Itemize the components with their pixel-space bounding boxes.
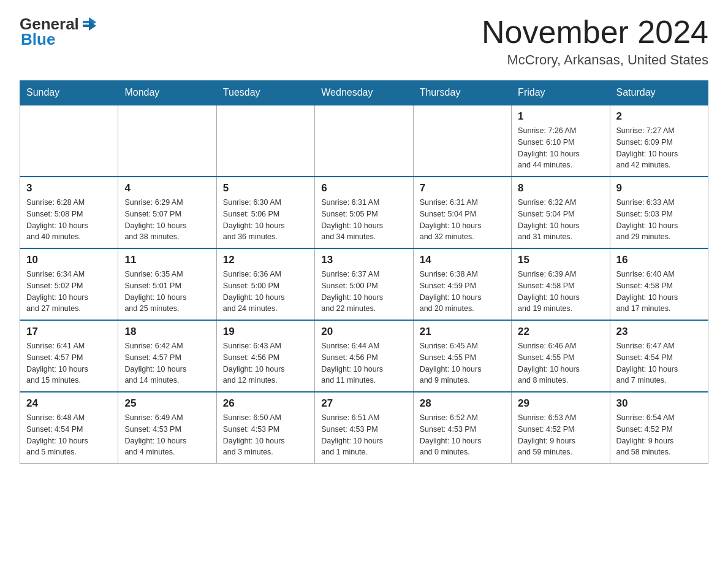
- day-info: Sunrise: 6:38 AM Sunset: 4:59 PM Dayligh…: [420, 269, 505, 315]
- table-row: 28Sunrise: 6:52 AM Sunset: 4:53 PM Dayli…: [413, 392, 511, 464]
- day-info: Sunrise: 6:41 AM Sunset: 4:57 PM Dayligh…: [26, 340, 112, 386]
- calendar-subtitle: McCrory, Arkansas, United States: [482, 52, 708, 68]
- day-info: Sunrise: 6:47 AM Sunset: 4:54 PM Dayligh…: [616, 340, 702, 386]
- day-info: Sunrise: 6:44 AM Sunset: 4:56 PM Dayligh…: [321, 340, 406, 386]
- day-info: Sunrise: 6:37 AM Sunset: 5:00 PM Dayligh…: [321, 269, 406, 315]
- table-row: 10Sunrise: 6:34 AM Sunset: 5:02 PM Dayli…: [20, 248, 118, 320]
- day-number: 17: [26, 326, 112, 338]
- table-row: 14Sunrise: 6:38 AM Sunset: 4:59 PM Dayli…: [413, 248, 511, 320]
- day-info: Sunrise: 6:39 AM Sunset: 4:58 PM Dayligh…: [518, 269, 603, 315]
- table-row: 9Sunrise: 6:33 AM Sunset: 5:03 PM Daylig…: [610, 177, 708, 248]
- day-info: Sunrise: 7:26 AM Sunset: 6:10 PM Dayligh…: [518, 125, 603, 171]
- day-info: Sunrise: 6:48 AM Sunset: 4:54 PM Dayligh…: [26, 412, 112, 458]
- logo: General Blue: [20, 15, 97, 49]
- table-row: 27Sunrise: 6:51 AM Sunset: 4:53 PM Dayli…: [315, 392, 413, 464]
- header-wednesday: Wednesday: [315, 81, 413, 105]
- day-number: 4: [124, 182, 210, 194]
- table-row: 4Sunrise: 6:29 AM Sunset: 5:07 PM Daylig…: [118, 177, 216, 248]
- table-row: 20Sunrise: 6:44 AM Sunset: 4:56 PM Dayli…: [315, 320, 413, 392]
- table-row: 21Sunrise: 6:45 AM Sunset: 4:55 PM Dayli…: [413, 320, 511, 392]
- header-saturday: Saturday: [610, 81, 708, 105]
- calendar-table: Sunday Monday Tuesday Wednesday Thursday…: [20, 80, 708, 464]
- day-number: 26: [223, 397, 308, 410]
- table-row: 1Sunrise: 7:26 AM Sunset: 6:10 PM Daylig…: [512, 105, 610, 177]
- day-number: 27: [321, 397, 406, 410]
- day-number: 1: [518, 110, 603, 123]
- day-number: 8: [518, 182, 603, 194]
- calendar-week-3: 10Sunrise: 6:34 AM Sunset: 5:02 PM Dayli…: [20, 248, 708, 320]
- day-number: 11: [124, 254, 210, 266]
- day-info: Sunrise: 6:43 AM Sunset: 4:56 PM Dayligh…: [223, 340, 308, 386]
- day-info: Sunrise: 6:29 AM Sunset: 5:07 PM Dayligh…: [124, 197, 210, 243]
- day-info: Sunrise: 6:40 AM Sunset: 4:58 PM Dayligh…: [616, 269, 702, 315]
- table-row: 2Sunrise: 7:27 AM Sunset: 6:09 PM Daylig…: [610, 105, 708, 177]
- table-row: [216, 105, 314, 177]
- calendar-title: November 2024: [482, 15, 708, 50]
- day-number: 16: [616, 254, 702, 266]
- table-row: 7Sunrise: 6:31 AM Sunset: 5:04 PM Daylig…: [413, 177, 511, 248]
- day-info: Sunrise: 6:31 AM Sunset: 5:05 PM Dayligh…: [321, 197, 406, 243]
- table-row: 30Sunrise: 6:54 AM Sunset: 4:52 PM Dayli…: [610, 392, 708, 464]
- day-info: Sunrise: 6:30 AM Sunset: 5:06 PM Dayligh…: [223, 197, 308, 243]
- table-row: 16Sunrise: 6:40 AM Sunset: 4:58 PM Dayli…: [610, 248, 708, 320]
- table-row: 15Sunrise: 6:39 AM Sunset: 4:58 PM Dayli…: [512, 248, 610, 320]
- day-number: 3: [26, 182, 112, 194]
- table-row: 6Sunrise: 6:31 AM Sunset: 5:05 PM Daylig…: [315, 177, 413, 248]
- day-number: 12: [223, 254, 308, 266]
- table-row: 25Sunrise: 6:49 AM Sunset: 4:53 PM Dayli…: [118, 392, 216, 464]
- day-number: 21: [420, 326, 505, 338]
- day-number: 5: [223, 182, 308, 194]
- day-number: 18: [124, 326, 210, 338]
- day-info: Sunrise: 6:28 AM Sunset: 5:08 PM Dayligh…: [26, 197, 112, 243]
- table-row: 17Sunrise: 6:41 AM Sunset: 4:57 PM Dayli…: [20, 320, 118, 392]
- day-info: Sunrise: 7:27 AM Sunset: 6:09 PM Dayligh…: [616, 125, 702, 171]
- page-header: General Blue November 2024 McCrory, Arka…: [20, 15, 708, 68]
- day-number: 24: [26, 397, 112, 410]
- table-row: 13Sunrise: 6:37 AM Sunset: 5:00 PM Dayli…: [315, 248, 413, 320]
- table-row: [118, 105, 216, 177]
- day-number: 29: [518, 397, 603, 410]
- table-row: 18Sunrise: 6:42 AM Sunset: 4:57 PM Dayli…: [118, 320, 216, 392]
- day-info: Sunrise: 6:46 AM Sunset: 4:55 PM Dayligh…: [518, 340, 603, 386]
- day-info: Sunrise: 6:49 AM Sunset: 4:53 PM Dayligh…: [124, 412, 210, 458]
- day-number: 14: [420, 254, 505, 266]
- day-number: 28: [420, 397, 505, 410]
- table-row: 29Sunrise: 6:53 AM Sunset: 4:52 PM Dayli…: [512, 392, 610, 464]
- calendar-week-4: 17Sunrise: 6:41 AM Sunset: 4:57 PM Dayli…: [20, 320, 708, 392]
- day-info: Sunrise: 6:33 AM Sunset: 5:03 PM Dayligh…: [616, 197, 702, 243]
- day-info: Sunrise: 6:52 AM Sunset: 4:53 PM Dayligh…: [420, 412, 505, 458]
- day-info: Sunrise: 6:34 AM Sunset: 5:02 PM Dayligh…: [26, 269, 112, 315]
- day-info: Sunrise: 6:51 AM Sunset: 4:53 PM Dayligh…: [321, 412, 406, 458]
- day-info: Sunrise: 6:31 AM Sunset: 5:04 PM Dayligh…: [420, 197, 505, 243]
- day-info: Sunrise: 6:50 AM Sunset: 4:53 PM Dayligh…: [223, 412, 308, 458]
- calendar-week-2: 3Sunrise: 6:28 AM Sunset: 5:08 PM Daylig…: [20, 177, 708, 248]
- header-friday: Friday: [512, 81, 610, 105]
- header-tuesday: Tuesday: [216, 81, 314, 105]
- table-row: 11Sunrise: 6:35 AM Sunset: 5:01 PM Dayli…: [118, 248, 216, 320]
- table-row: [413, 105, 511, 177]
- day-number: 22: [518, 326, 603, 338]
- day-number: 9: [616, 182, 702, 194]
- day-number: 6: [321, 182, 406, 194]
- day-info: Sunrise: 6:32 AM Sunset: 5:04 PM Dayligh…: [518, 197, 603, 243]
- logo-icon: [80, 16, 97, 33]
- header-thursday: Thursday: [413, 81, 511, 105]
- table-row: 5Sunrise: 6:30 AM Sunset: 5:06 PM Daylig…: [216, 177, 314, 248]
- day-info: Sunrise: 6:54 AM Sunset: 4:52 PM Dayligh…: [616, 412, 702, 458]
- table-row: 12Sunrise: 6:36 AM Sunset: 5:00 PM Dayli…: [216, 248, 314, 320]
- table-row: [315, 105, 413, 177]
- day-number: 10: [26, 254, 112, 266]
- day-info: Sunrise: 6:53 AM Sunset: 4:52 PM Dayligh…: [518, 412, 603, 458]
- day-info: Sunrise: 6:45 AM Sunset: 4:55 PM Dayligh…: [420, 340, 505, 386]
- table-row: 22Sunrise: 6:46 AM Sunset: 4:55 PM Dayli…: [512, 320, 610, 392]
- title-area: November 2024 McCrory, Arkansas, United …: [482, 15, 708, 68]
- calendar-week-5: 24Sunrise: 6:48 AM Sunset: 4:54 PM Dayli…: [20, 392, 708, 464]
- day-number: 23: [616, 326, 702, 338]
- day-number: 30: [616, 397, 702, 410]
- table-row: 24Sunrise: 6:48 AM Sunset: 4:54 PM Dayli…: [20, 392, 118, 464]
- header-monday: Monday: [118, 81, 216, 105]
- day-number: 13: [321, 254, 406, 266]
- day-number: 7: [420, 182, 505, 194]
- day-number: 2: [616, 110, 702, 123]
- calendar-header-row: Sunday Monday Tuesday Wednesday Thursday…: [20, 81, 708, 105]
